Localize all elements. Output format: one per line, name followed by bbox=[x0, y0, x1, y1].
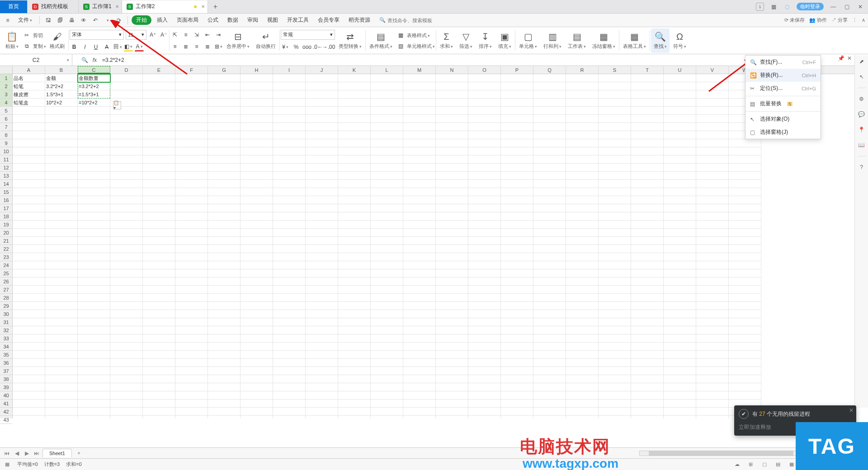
cell[interactable] bbox=[533, 416, 566, 418]
cell[interactable] bbox=[696, 188, 729, 196]
cell[interactable] bbox=[729, 253, 761, 261]
cell[interactable] bbox=[599, 99, 631, 107]
cell[interactable] bbox=[241, 318, 273, 326]
formula-input[interactable]: =3.2*2+2 bbox=[99, 57, 857, 63]
cell[interactable] bbox=[273, 261, 306, 269]
cell[interactable] bbox=[468, 367, 501, 375]
cell[interactable] bbox=[78, 302, 110, 310]
cell[interactable] bbox=[664, 131, 696, 139]
cell[interactable] bbox=[45, 318, 78, 326]
cell[interactable] bbox=[241, 147, 273, 155]
cell[interactable] bbox=[729, 343, 761, 351]
cell[interactable] bbox=[273, 164, 306, 172]
cell[interactable] bbox=[533, 277, 566, 286]
cell[interactable] bbox=[78, 188, 110, 196]
cell[interactable] bbox=[306, 302, 338, 310]
cell[interactable] bbox=[175, 416, 208, 418]
freeze-panes-button[interactable]: ▦冻结窗格 bbox=[590, 28, 618, 53]
cancel-formula-icon[interactable]: 🔍 bbox=[81, 57, 88, 63]
calendar-icon[interactable]: 1 bbox=[756, 3, 764, 11]
cell[interactable] bbox=[631, 245, 664, 253]
cell[interactable] bbox=[273, 74, 306, 82]
cell[interactable] bbox=[110, 74, 143, 82]
row-header[interactable]: 22 bbox=[0, 245, 12, 253]
menu-selection-pane[interactable]: ▢选择窗格(J) bbox=[745, 126, 821, 139]
cell[interactable] bbox=[110, 212, 143, 221]
cell[interactable] bbox=[468, 343, 501, 351]
cell[interactable] bbox=[696, 302, 729, 310]
cell[interactable] bbox=[13, 245, 45, 253]
cell[interactable] bbox=[208, 400, 241, 408]
cell[interactable] bbox=[13, 391, 45, 400]
increase-font-icon[interactable]: A⁺ bbox=[148, 30, 157, 39]
cell[interactable] bbox=[436, 302, 468, 310]
cell[interactable] bbox=[468, 261, 501, 269]
cell[interactable] bbox=[533, 310, 566, 318]
cell[interactable] bbox=[78, 383, 110, 391]
cell[interactable] bbox=[13, 204, 45, 212]
cell[interactable] bbox=[241, 351, 273, 359]
cell[interactable] bbox=[664, 204, 696, 212]
cell[interactable] bbox=[501, 391, 533, 400]
cell[interactable] bbox=[631, 277, 664, 286]
cell[interactable] bbox=[436, 155, 468, 164]
cell[interactable] bbox=[501, 147, 533, 155]
cell[interactable] bbox=[273, 343, 306, 351]
cell[interactable] bbox=[13, 302, 45, 310]
cell[interactable] bbox=[436, 334, 468, 343]
print-icon[interactable]: 🖶 bbox=[67, 15, 77, 25]
cell[interactable] bbox=[143, 391, 175, 400]
cell[interactable] bbox=[306, 383, 338, 391]
cell[interactable] bbox=[208, 99, 241, 107]
cell[interactable] bbox=[599, 90, 631, 99]
cell[interactable] bbox=[403, 229, 436, 237]
cell[interactable] bbox=[371, 196, 403, 204]
cell[interactable] bbox=[631, 139, 664, 147]
cell[interactable] bbox=[241, 326, 273, 334]
align-left-icon[interactable]: ≡ bbox=[170, 42, 179, 51]
cell[interactable] bbox=[533, 318, 566, 326]
cell[interactable] bbox=[664, 408, 696, 416]
cell[interactable] bbox=[468, 99, 501, 107]
cell[interactable] bbox=[696, 131, 729, 139]
cell[interactable] bbox=[664, 334, 696, 343]
cell[interactable] bbox=[436, 212, 468, 221]
cell[interactable] bbox=[338, 391, 371, 400]
undo-icon[interactable]: ↶ bbox=[90, 15, 100, 25]
cell[interactable] bbox=[208, 253, 241, 261]
cell[interactable] bbox=[273, 277, 306, 286]
row-header[interactable]: 40 bbox=[0, 391, 12, 400]
cell[interactable] bbox=[338, 334, 371, 343]
cell[interactable] bbox=[501, 180, 533, 188]
row-header[interactable]: 41 bbox=[0, 400, 12, 408]
cell[interactable] bbox=[631, 212, 664, 221]
cell[interactable] bbox=[729, 375, 761, 383]
cell[interactable] bbox=[338, 318, 371, 326]
cell[interactable] bbox=[501, 416, 533, 418]
cell[interactable] bbox=[78, 107, 110, 115]
cell[interactable] bbox=[664, 367, 696, 375]
cell[interactable] bbox=[501, 164, 533, 172]
cell[interactable] bbox=[45, 359, 78, 367]
cell[interactable] bbox=[110, 172, 143, 180]
cell[interactable] bbox=[664, 383, 696, 391]
cell[interactable] bbox=[566, 310, 599, 318]
cell[interactable] bbox=[13, 164, 45, 172]
cell[interactable] bbox=[110, 180, 143, 188]
cell[interactable] bbox=[175, 367, 208, 375]
cell[interactable] bbox=[371, 334, 403, 343]
cell[interactable] bbox=[371, 277, 403, 286]
align-bottom-icon[interactable]: ⇲ bbox=[192, 30, 201, 39]
cell[interactable] bbox=[664, 302, 696, 310]
cell[interactable] bbox=[143, 269, 175, 277]
cell[interactable] bbox=[501, 351, 533, 359]
cell[interactable] bbox=[403, 351, 436, 359]
cell[interactable] bbox=[664, 237, 696, 245]
cell[interactable] bbox=[175, 204, 208, 212]
cell[interactable] bbox=[371, 359, 403, 367]
cell[interactable] bbox=[664, 294, 696, 302]
sort-button[interactable]: ↧排序 bbox=[476, 28, 495, 53]
cell[interactable] bbox=[175, 172, 208, 180]
cell[interactable] bbox=[208, 359, 241, 367]
cell[interactable] bbox=[143, 310, 175, 318]
